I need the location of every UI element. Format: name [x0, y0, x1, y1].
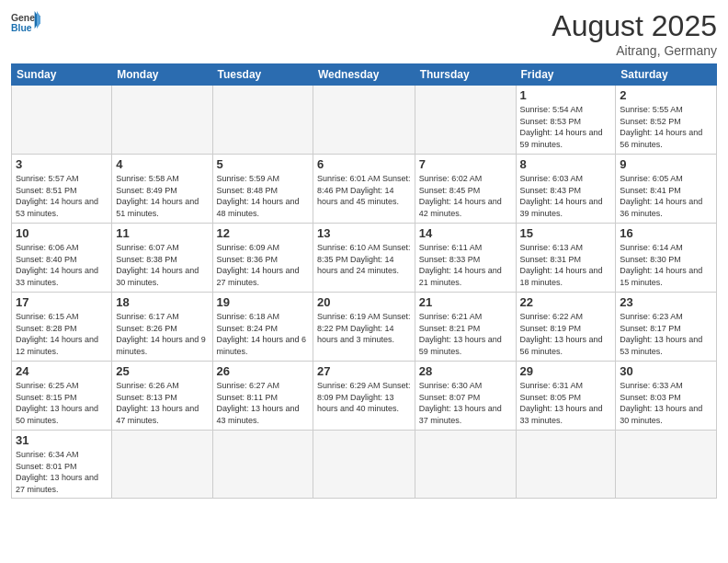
calendar-cell: 2Sunrise: 5:55 AM Sunset: 8:52 PM Daylig…: [616, 86, 717, 155]
weekday-header-monday: Monday: [112, 64, 212, 86]
calendar-cell: 28Sunrise: 6:30 AM Sunset: 8:07 PM Dayli…: [415, 362, 516, 431]
day-info: Sunrise: 5:58 AM Sunset: 8:49 PM Dayligh…: [116, 173, 208, 219]
day-info: Sunrise: 5:59 AM Sunset: 8:48 PM Dayligh…: [217, 173, 309, 219]
day-info: Sunrise: 6:26 AM Sunset: 8:13 PM Dayligh…: [116, 380, 208, 426]
day-info: Sunrise: 6:14 AM Sunset: 8:30 PM Dayligh…: [620, 242, 712, 288]
day-number: 3: [16, 157, 108, 171]
day-number: 27: [317, 364, 411, 378]
calendar-cell: [516, 431, 616, 499]
day-number: 9: [620, 157, 712, 171]
day-number: 14: [419, 226, 512, 240]
day-info: Sunrise: 6:09 AM Sunset: 8:36 PM Dayligh…: [217, 242, 309, 288]
day-info: Sunrise: 6:34 AM Sunset: 8:01 PM Dayligh…: [16, 449, 108, 495]
calendar-cell: 11Sunrise: 6:07 AM Sunset: 8:38 PM Dayli…: [112, 224, 212, 293]
day-info: Sunrise: 6:10 AM Sunset: 8:35 PM Dayligh…: [317, 242, 411, 277]
calendar-cell: 30Sunrise: 6:33 AM Sunset: 8:03 PM Dayli…: [616, 362, 717, 431]
day-number: 2: [620, 88, 712, 102]
calendar-cell: 26Sunrise: 6:27 AM Sunset: 8:11 PM Dayli…: [212, 362, 313, 431]
calendar-cell: 10Sunrise: 6:06 AM Sunset: 8:40 PM Dayli…: [12, 224, 112, 293]
calendar-week-row: 1Sunrise: 5:54 AM Sunset: 8:53 PM Daylig…: [12, 86, 717, 155]
day-number: 16: [620, 226, 712, 240]
weekday-header-row: SundayMondayTuesdayWednesdayThursdayFrid…: [12, 64, 717, 86]
calendar-week-row: 24Sunrise: 6:25 AM Sunset: 8:15 PM Dayli…: [12, 362, 717, 431]
calendar-cell: 19Sunrise: 6:18 AM Sunset: 8:24 PM Dayli…: [212, 293, 313, 362]
calendar-cell: 16Sunrise: 6:14 AM Sunset: 8:30 PM Dayli…: [616, 224, 717, 293]
generalblue-logo-icon: General Blue: [11, 9, 40, 35]
day-info: Sunrise: 6:23 AM Sunset: 8:17 PM Dayligh…: [620, 311, 712, 357]
calendar-cell: 14Sunrise: 6:11 AM Sunset: 8:33 PM Dayli…: [415, 224, 516, 293]
calendar-cell: [616, 431, 717, 499]
day-number: 21: [419, 295, 512, 309]
calendar-cell: 13Sunrise: 6:10 AM Sunset: 8:35 PM Dayli…: [313, 224, 415, 293]
location-subtitle: Aitrang, Germany: [552, 43, 717, 58]
calendar-cell: [112, 431, 212, 499]
day-number: 23: [620, 295, 712, 309]
day-info: Sunrise: 6:29 AM Sunset: 8:09 PM Dayligh…: [317, 380, 411, 415]
calendar-cell: [212, 86, 313, 155]
day-info: Sunrise: 6:02 AM Sunset: 8:45 PM Dayligh…: [419, 173, 512, 219]
weekday-header-tuesday: Tuesday: [212, 64, 313, 86]
calendar-cell: 7Sunrise: 6:02 AM Sunset: 8:45 PM Daylig…: [415, 155, 516, 224]
calendar-cell: 6Sunrise: 6:01 AM Sunset: 8:46 PM Daylig…: [313, 155, 415, 224]
calendar-cell: 22Sunrise: 6:22 AM Sunset: 8:19 PM Dayli…: [516, 293, 616, 362]
day-number: 19: [217, 295, 309, 309]
day-info: Sunrise: 6:21 AM Sunset: 8:21 PM Dayligh…: [419, 311, 512, 357]
day-number: 11: [116, 226, 208, 240]
page: General Blue August 2025 Aitrang, German…: [0, 0, 728, 563]
day-number: 8: [520, 157, 612, 171]
day-number: 7: [419, 157, 512, 171]
calendar-cell: [12, 86, 112, 155]
weekday-header-friday: Friday: [516, 64, 616, 86]
day-info: Sunrise: 6:13 AM Sunset: 8:31 PM Dayligh…: [520, 242, 612, 288]
day-number: 1: [520, 88, 612, 102]
calendar-cell: [415, 86, 516, 155]
title-block: August 2025 Aitrang, Germany: [552, 9, 717, 58]
calendar-cell: 21Sunrise: 6:21 AM Sunset: 8:21 PM Dayli…: [415, 293, 516, 362]
calendar-cell: 27Sunrise: 6:29 AM Sunset: 8:09 PM Dayli…: [313, 362, 415, 431]
day-info: Sunrise: 6:03 AM Sunset: 8:43 PM Dayligh…: [520, 173, 612, 219]
day-number: 4: [116, 157, 208, 171]
calendar-cell: 31Sunrise: 6:34 AM Sunset: 8:01 PM Dayli…: [12, 431, 112, 499]
day-number: 6: [317, 157, 411, 171]
day-info: Sunrise: 6:19 AM Sunset: 8:22 PM Dayligh…: [317, 311, 411, 346]
calendar-cell: 3Sunrise: 5:57 AM Sunset: 8:51 PM Daylig…: [12, 155, 112, 224]
calendar-table: SundayMondayTuesdayWednesdayThursdayFrid…: [11, 63, 717, 499]
day-info: Sunrise: 6:07 AM Sunset: 8:38 PM Dayligh…: [116, 242, 208, 288]
calendar-week-row: 10Sunrise: 6:06 AM Sunset: 8:40 PM Dayli…: [12, 224, 717, 293]
svg-text:Blue: Blue: [11, 23, 32, 33]
day-number: 12: [217, 226, 309, 240]
calendar-cell: [212, 431, 313, 499]
day-info: Sunrise: 5:54 AM Sunset: 8:53 PM Dayligh…: [520, 104, 612, 150]
day-number: 5: [217, 157, 309, 171]
calendar-cell: 18Sunrise: 6:17 AM Sunset: 8:26 PM Dayli…: [112, 293, 212, 362]
month-title: August 2025: [552, 9, 717, 43]
day-info: Sunrise: 6:18 AM Sunset: 8:24 PM Dayligh…: [217, 311, 309, 357]
day-number: 18: [116, 295, 208, 309]
calendar-week-row: 31Sunrise: 6:34 AM Sunset: 8:01 PM Dayli…: [12, 431, 717, 499]
logo: General Blue: [11, 9, 40, 35]
day-number: 24: [16, 364, 108, 378]
day-info: Sunrise: 6:17 AM Sunset: 8:26 PM Dayligh…: [116, 311, 208, 357]
calendar-cell: [415, 431, 516, 499]
calendar-cell: 9Sunrise: 6:05 AM Sunset: 8:41 PM Daylig…: [616, 155, 717, 224]
day-number: 28: [419, 364, 512, 378]
calendar-cell: [112, 86, 212, 155]
day-info: Sunrise: 6:06 AM Sunset: 8:40 PM Dayligh…: [16, 242, 108, 288]
weekday-header-sunday: Sunday: [12, 64, 112, 86]
day-number: 25: [116, 364, 208, 378]
calendar-cell: 4Sunrise: 5:58 AM Sunset: 8:49 PM Daylig…: [112, 155, 212, 224]
calendar-cell: 25Sunrise: 6:26 AM Sunset: 8:13 PM Dayli…: [112, 362, 212, 431]
day-number: 22: [520, 295, 612, 309]
weekday-header-wednesday: Wednesday: [313, 64, 415, 86]
day-number: 10: [16, 226, 108, 240]
calendar-cell: 24Sunrise: 6:25 AM Sunset: 8:15 PM Dayli…: [12, 362, 112, 431]
header: General Blue August 2025 Aitrang, German…: [11, 9, 717, 58]
calendar-week-row: 3Sunrise: 5:57 AM Sunset: 8:51 PM Daylig…: [12, 155, 717, 224]
weekday-header-saturday: Saturday: [616, 64, 717, 86]
day-info: Sunrise: 6:05 AM Sunset: 8:41 PM Dayligh…: [620, 173, 712, 219]
calendar-cell: 15Sunrise: 6:13 AM Sunset: 8:31 PM Dayli…: [516, 224, 616, 293]
day-number: 30: [620, 364, 712, 378]
day-info: Sunrise: 6:30 AM Sunset: 8:07 PM Dayligh…: [419, 380, 512, 426]
calendar-cell: 17Sunrise: 6:15 AM Sunset: 8:28 PM Dayli…: [12, 293, 112, 362]
day-info: Sunrise: 6:33 AM Sunset: 8:03 PM Dayligh…: [620, 380, 712, 426]
